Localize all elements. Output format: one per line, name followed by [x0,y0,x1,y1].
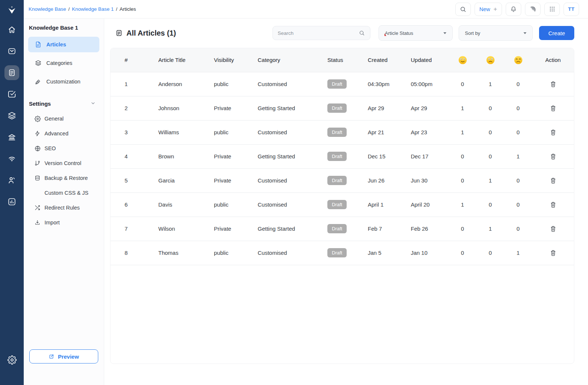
table-row[interactable]: 3 Williams public Customised Draft Apr 2… [110,120,574,144]
column-header-visibility[interactable]: Visibility [200,48,244,72]
column-header-article-title[interactable]: Article Title [144,48,200,72]
neutral-count-cell: 0 [476,144,504,168]
visibility-cell: Private [200,168,244,192]
page-title-text: All Articles (1) [126,29,176,37]
breadcrumb-articles: Articles [119,6,136,12]
table-row[interactable]: 7 Wilson Private Getting Started Draft F… [110,217,574,241]
neutral-count-cell: 0 [476,241,504,265]
articles-table-body: 1 Anderson public Customised Draft 04:30… [110,72,574,265]
row-number: 2 [110,96,144,120]
column-header-created[interactable]: Created [354,48,397,72]
category-cell: Getting Started [244,217,313,241]
sidebar-item-version-control[interactable]: Version Control [24,156,104,171]
sidebar-item-customization[interactable]: Customization [28,74,99,89]
frown-emoji-icon[interactable] [476,48,504,72]
article-status-dropdown[interactable]: Article Status [379,25,453,41]
status-cell: Draft [313,217,354,241]
delete-button[interactable] [548,79,558,89]
sidebar-item-redirect-rules[interactable]: Redirect Rules [24,200,104,215]
row-number: 5 [110,168,144,192]
status-cell: Draft [313,72,354,96]
happy-count-cell: 1 [449,192,476,217]
sidebar-item-label: Import [44,220,60,226]
sad-emoji-icon[interactable] [504,48,532,72]
article-icon [34,41,42,48]
happy-count-cell: 0 [449,72,476,96]
sidebar-item-label: Customization [46,79,80,85]
avatar[interactable]: TT [564,3,579,16]
articles-rail-icon[interactable] [4,65,19,80]
broadcast-button[interactable] [525,3,541,16]
breadcrumb-knowledge-base-1[interactable]: Knowledge Base 1 [72,6,114,12]
app-window: Knowledge Base / Knowledge Base 1 / Arti… [0,0,588,385]
caret-down-icon [443,32,446,34]
sad-count-cell: 0 [504,192,532,217]
new-button[interactable]: New + [475,3,502,16]
search-button[interactable] [455,3,471,16]
preview-button-label: Preview [58,353,79,360]
sidebar-item-articles[interactable]: Articles [28,37,99,52]
delete-button[interactable] [548,200,558,210]
sidebar-title: Knowledge Base 1 [24,24,104,31]
column-header-action[interactable]: Action [532,48,574,72]
users-icon[interactable] [4,173,19,188]
column-header-status[interactable]: Status [313,48,354,72]
article-title-cell: Garcia [144,168,200,192]
column-header-updated[interactable]: Updated [397,48,449,72]
row-number: 1 [110,72,144,96]
visibility-cell: public [200,120,244,144]
table-row[interactable]: 5 Garcia Private Customised Draft Jun 26… [110,168,574,192]
delete-button[interactable] [548,248,558,258]
delete-button[interactable] [548,151,558,162]
analytics-icon[interactable] [4,194,19,209]
delete-button[interactable] [548,127,558,138]
apps-grid-button[interactable] [544,3,560,16]
sidebar-item-seo[interactable]: SEO [24,141,104,156]
search-icon [359,30,365,36]
table-row[interactable]: 4 Brown Private Getting Started Draft De… [110,144,574,168]
breadcrumb-separator: / [68,6,70,12]
happy-count-cell: 0 [449,241,476,265]
sort-by-dropdown[interactable]: Sort by [459,25,533,41]
sidebar-item-backup-restore[interactable]: Backup & Restore [24,171,104,185]
search-input[interactable] [278,30,359,36]
delete-button[interactable] [548,224,558,234]
notifications-button[interactable] [506,3,521,16]
tasks-icon[interactable] [4,87,19,102]
layers-icon[interactable] [4,108,19,123]
status-badge: Draft [327,248,347,257]
updated-cell: Jun 30 [397,168,449,192]
sidebar-item-general[interactable]: General [24,111,104,126]
delete-button[interactable] [548,175,558,186]
sidebar-item-advanced[interactable]: Advanced [24,126,104,141]
table-row[interactable]: 2 Johnson Private Getting Started Draft … [110,96,574,120]
sidebar-item-categories[interactable]: Categories [28,55,99,71]
caret-down-icon [523,32,526,34]
table-row[interactable]: 6 Davis public Customised Draft April 1 … [110,192,574,217]
delete-button[interactable] [548,103,558,113]
sidebar-item-import[interactable]: Import [24,215,104,230]
action-cell [532,168,574,192]
happy-count-cell: 0 [449,168,476,192]
sidebar-item-custom-css-js[interactable]: Custom CSS & JS [24,185,104,200]
brand-logo-icon[interactable] [4,2,20,19]
home-icon[interactable] [4,22,19,37]
preview-button[interactable]: Preview [29,349,98,363]
wifi-icon[interactable] [4,151,19,166]
breadcrumb-separator: / [116,6,118,12]
inbox-icon[interactable] [4,44,19,59]
row-number: 4 [110,144,144,168]
status-cell: Draft [313,96,354,120]
breadcrumb-knowledge-base[interactable]: Knowledge Base [29,6,66,12]
create-button[interactable]: Create [539,26,574,40]
column-header-index[interactable]: # [110,48,144,72]
column-header-category[interactable]: Category [244,48,313,72]
table-row[interactable]: 1 Anderson public Customised Draft 04:30… [110,72,574,96]
settings-gear-icon[interactable] [4,352,19,367]
table-row[interactable]: 8 Thomas public Customised Draft Jan 5 J… [110,241,574,265]
smile-emoji-icon[interactable] [449,48,476,72]
settings-section-header[interactable]: Settings [24,101,104,107]
article-title-cell: Wilson [144,217,200,241]
neutral-count-cell: 1 [476,168,504,192]
bank-icon[interactable] [4,130,19,145]
